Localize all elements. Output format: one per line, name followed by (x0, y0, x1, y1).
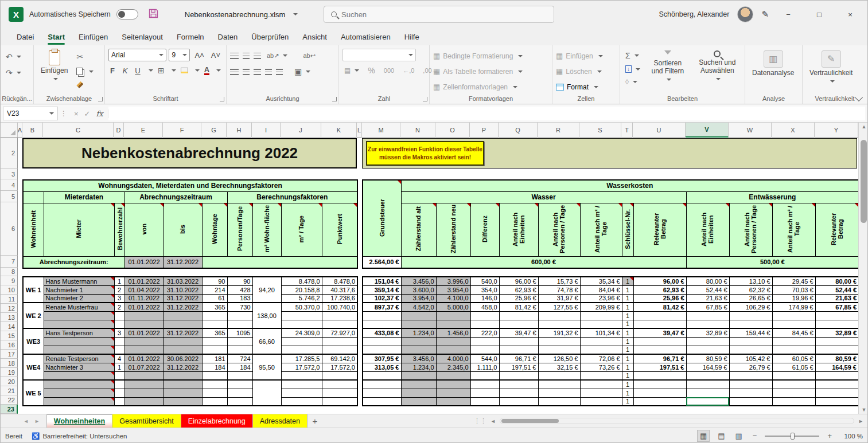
sheet-next-icon[interactable]: ► (34, 418, 40, 424)
number-dialog-launcher[interactable] (423, 97, 427, 101)
cell-R17[interactable] (538, 346, 580, 354)
cell-Y15[interactable]: 32,89 € (815, 328, 858, 337)
cell-H18[interactable]: 724 (227, 354, 252, 363)
cell-Y20[interactable] (815, 371, 858, 380)
cell-M17[interactable] (363, 346, 401, 354)
row-header-4[interactable]: 4 (1, 179, 18, 191)
cell-styles-button[interactable]: ▦Zellenformatvorlagen (433, 81, 523, 93)
number-format-select[interactable] (342, 49, 416, 61)
menu-tab-datei[interactable]: Datei (10, 30, 41, 45)
undo-button[interactable]: ↶ (4, 51, 23, 62)
maximize-button[interactable]: □ (808, 5, 831, 24)
column-header-U[interactable]: U (633, 123, 686, 138)
cell-X18[interactable]: 60,05 € (772, 354, 815, 363)
cell-W13[interactable] (729, 311, 772, 320)
cell-C9[interactable]: Hans Mustermann (44, 277, 114, 285)
cell-X20[interactable] (772, 371, 815, 380)
zoom-slider-knob[interactable] (791, 433, 795, 440)
cell-V21[interactable] (686, 380, 729, 389)
row-header-10[interactable]: 10 (1, 285, 18, 295)
cell-P16[interactable] (470, 337, 499, 346)
cell-M13[interactable] (363, 311, 401, 320)
cell-K15[interactable]: 72.927,0 (322, 328, 357, 337)
cell-X23[interactable] (772, 397, 815, 406)
autosum-button[interactable]: Σ (624, 50, 642, 61)
redo-button[interactable]: ↷ (4, 67, 23, 79)
cell-R12[interactable]: 127,55 € (538, 303, 580, 311)
row-header-5[interactable]: 5 (1, 191, 18, 202)
cell-G16[interactable] (202, 337, 227, 346)
cell-F9[interactable]: 31.03.2022 (164, 277, 202, 285)
cell-G22[interactable] (202, 389, 227, 397)
cell-F17[interactable] (164, 346, 202, 354)
cell-S19[interactable]: 73,26 € (580, 363, 622, 371)
cell-Q22[interactable] (499, 389, 538, 397)
cell-N20[interactable] (401, 371, 436, 380)
wasser-total[interactable]: 600,00 € (401, 256, 686, 268)
cell-T14[interactable]: 1 (622, 320, 633, 328)
row-header-22[interactable]: 22 (1, 395, 18, 405)
cell-R16[interactable] (538, 337, 580, 346)
cell-P11[interactable]: 146,0 (470, 294, 499, 303)
minimize-button[interactable]: − (777, 5, 800, 24)
cell-M14[interactable] (363, 320, 401, 328)
sheet-tab-adressdaten[interactable]: Adressdaten (253, 414, 308, 428)
cell-Y9[interactable]: 80,00 € (815, 277, 858, 285)
cell-C22[interactable] (44, 389, 114, 397)
cell-H13[interactable] (227, 311, 252, 320)
cell-O11[interactable]: 4.100,0 (436, 294, 470, 303)
cell-Y11[interactable]: 21,63 € (815, 294, 858, 303)
sheet-tab-einzelabrechnung[interactable]: Einzelabrechnung (181, 414, 253, 428)
cell-V17[interactable] (686, 346, 729, 354)
name-box[interactable]: V23 (3, 107, 58, 120)
copy-button[interactable] (75, 66, 95, 76)
row-header-23[interactable]: 23 (1, 405, 18, 414)
cell-O16[interactable] (436, 337, 470, 346)
cell-R20[interactable] (538, 371, 580, 380)
cell-T19[interactable]: 1 (622, 363, 633, 371)
column-header-R[interactable]: R (538, 123, 579, 138)
cell-X15[interactable]: 84,45 € (772, 328, 815, 337)
cell-M21[interactable] (363, 380, 401, 389)
format-as-table-button[interactable]: ▦Als Tabelle formatieren (433, 65, 523, 77)
cell-V11[interactable]: 21,63 € (686, 294, 729, 303)
sensitivity-button[interactable]: ✎ Vertraulichkeit (806, 49, 856, 93)
font-dialog-launcher[interactable] (220, 97, 224, 101)
cell-S20[interactable] (580, 371, 622, 380)
cell-B12[interactable]: WE 2 (23, 303, 44, 328)
search-box[interactable] (324, 6, 554, 23)
cell-W18[interactable]: 105,42 € (729, 354, 772, 363)
cell-D18[interactable]: 4 (114, 354, 124, 363)
cell-O15[interactable]: 1.456,0 (436, 328, 470, 337)
cell-N9[interactable]: 3.456,0 (401, 277, 436, 285)
period-to[interactable]: 31.12.2022 (164, 256, 202, 268)
cell-K19[interactable]: 17.572,0 (322, 363, 357, 371)
cell-K21[interactable] (322, 380, 357, 389)
cell-E14[interactable] (124, 320, 164, 328)
excel-logo-icon[interactable]: X (9, 7, 24, 22)
cell-P21[interactable] (470, 380, 499, 389)
cell-E11[interactable]: 01.11.2022 (124, 294, 164, 303)
column-header-J[interactable]: J (281, 123, 321, 138)
cell-E17[interactable] (124, 346, 164, 354)
cell-J9[interactable]: 8.478,0 (281, 277, 322, 285)
cell-M10[interactable]: 359,14 € (363, 285, 401, 294)
increase-decimal-button[interactable]: ←,0 (401, 66, 416, 75)
font-color-button[interactable]: A (204, 66, 209, 75)
cell-G11[interactable]: 61 (202, 294, 227, 303)
cell-U17[interactable] (633, 346, 686, 354)
cell-W16[interactable] (729, 337, 772, 346)
clipboard-dialog-launcher[interactable] (98, 97, 103, 101)
cell-N23[interactable] (401, 397, 436, 406)
cell-C15[interactable]: Hans Testperson (44, 328, 114, 337)
cell-D20[interactable] (114, 371, 124, 380)
cell-Q14[interactable] (499, 320, 538, 328)
vertical-scroll-thumb[interactable] (861, 140, 867, 223)
cell-Y12[interactable]: 67,85 € (815, 303, 858, 311)
cell-S13[interactable] (580, 311, 622, 320)
cell-F12[interactable]: 31.12.2022 (164, 303, 202, 311)
cell-W17[interactable] (729, 346, 772, 354)
cell-T23[interactable]: 1 (622, 397, 633, 406)
cell-R18[interactable]: 126,50 € (538, 354, 580, 363)
zoom-level[interactable]: 100 % (840, 433, 863, 440)
